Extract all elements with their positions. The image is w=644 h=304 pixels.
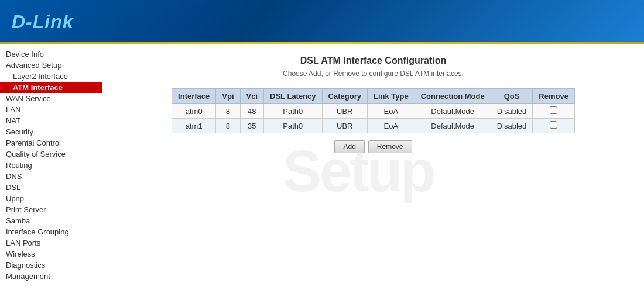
cell-2-row-1: 35: [240, 119, 264, 133]
th-link-type: Link Type: [367, 89, 415, 104]
table-header-row: InterfaceVpiVciDSL LatencyCategoryLink T…: [172, 89, 575, 104]
table-row: atm0848Path0UBREoADefaultModeDisabled: [172, 104, 575, 119]
sidebar: Device InfoAdvanced SetupLayer2 Interfac…: [0, 44, 102, 304]
remove-cell-row-1: [533, 119, 575, 133]
th-vci: Vci: [240, 89, 264, 104]
th-qos: QoS: [491, 89, 533, 104]
remove-cell-row-0: [533, 104, 575, 119]
atm-table: InterfaceVpiVciDSL LatencyCategoryLink T…: [172, 88, 575, 133]
remove-checkbox-row-0[interactable]: [550, 106, 557, 114]
cell-3-row-0: Path0: [264, 104, 323, 119]
th-remove: Remove: [533, 89, 575, 104]
cell-1-row-1: 8: [216, 119, 240, 133]
main-layout: Device InfoAdvanced SetupLayer2 Interfac…: [0, 44, 644, 304]
sidebar-item-security[interactable]: Security: [0, 126, 102, 137]
sidebar-item-diagnostics[interactable]: Diagnostics: [0, 260, 102, 271]
sidebar-item-layer2-interface[interactable]: Layer2 Interface: [0, 71, 102, 82]
sidebar-item-dsl[interactable]: DSL: [0, 182, 102, 193]
cell-3-row-1: Path0: [264, 119, 323, 133]
cell-4-row-0: UBR: [322, 104, 367, 119]
cell-7-row-1: Disabled: [491, 119, 533, 133]
sidebar-item-quality-of-service[interactable]: Quality of Service: [0, 148, 102, 160]
sidebar-item-print-server[interactable]: Print Server: [0, 204, 102, 215]
cell-0-row-0: atm0: [172, 104, 216, 119]
logo: D-Link: [12, 11, 74, 33]
sidebar-item-wireless[interactable]: Wireless: [0, 248, 102, 260]
cell-1-row-0: 8: [216, 104, 240, 119]
header: D-Link: [0, 0, 644, 44]
cell-5-row-1: EoA: [367, 119, 415, 133]
sidebar-item-management[interactable]: Management: [0, 271, 102, 282]
th-connection-mode: Connection Mode: [415, 89, 491, 104]
sidebar-item-routing[interactable]: Routing: [0, 160, 102, 171]
cell-6-row-1: DefaultMode: [415, 119, 491, 133]
remove-button[interactable]: Remove: [368, 140, 412, 153]
sidebar-item-parental-control[interactable]: Parental Control: [0, 137, 102, 148]
cell-4-row-1: UBR: [322, 119, 367, 133]
cell-5-row-0: EoA: [367, 104, 415, 119]
sidebar-item-wan-service[interactable]: WAN Service: [0, 93, 102, 104]
page-subtitle: Choose Add, or Remove to configure DSL A…: [120, 70, 626, 78]
content-inner: DSL ATM Interface Configuration Choose A…: [120, 56, 626, 153]
sidebar-item-lan[interactable]: LAN: [0, 104, 102, 115]
cell-0-row-1: atm1: [172, 119, 216, 133]
sidebar-item-interface-grouping[interactable]: Interface Grouping: [0, 226, 102, 237]
sidebar-item-atm-interface[interactable]: ATM Interface: [0, 82, 102, 93]
sidebar-item-dns[interactable]: DNS: [0, 171, 102, 182]
sidebar-item-device-info[interactable]: Device Info: [0, 49, 102, 60]
sidebar-item-samba[interactable]: Samba: [0, 215, 102, 226]
cell-2-row-0: 48: [240, 104, 264, 119]
cell-6-row-0: DefaultMode: [415, 104, 491, 119]
table-row: atm1835Path0UBREoADefaultModeDisabled: [172, 119, 575, 133]
logo-dlink: D-Link: [12, 11, 74, 32]
th-category: Category: [322, 89, 367, 104]
add-button[interactable]: Add: [334, 140, 364, 153]
content-area: Setup DSL ATM Interface Configuration Ch…: [102, 44, 644, 304]
sidebar-item-upnp[interactable]: Upnp: [0, 193, 102, 204]
th-dsl-latency: DSL Latency: [264, 89, 323, 104]
th-interface: Interface: [172, 89, 216, 104]
page-title: DSL ATM Interface Configuration: [120, 56, 626, 66]
remove-checkbox-row-1[interactable]: [550, 121, 557, 129]
sidebar-item-advanced-setup[interactable]: Advanced Setup: [0, 60, 102, 71]
cell-7-row-0: Disabled: [491, 104, 533, 119]
sidebar-item-nat[interactable]: NAT: [0, 115, 102, 126]
button-row: Add Remove: [120, 140, 626, 153]
th-vpi: Vpi: [216, 89, 240, 104]
sidebar-item-lan-ports[interactable]: LAN Ports: [0, 237, 102, 248]
